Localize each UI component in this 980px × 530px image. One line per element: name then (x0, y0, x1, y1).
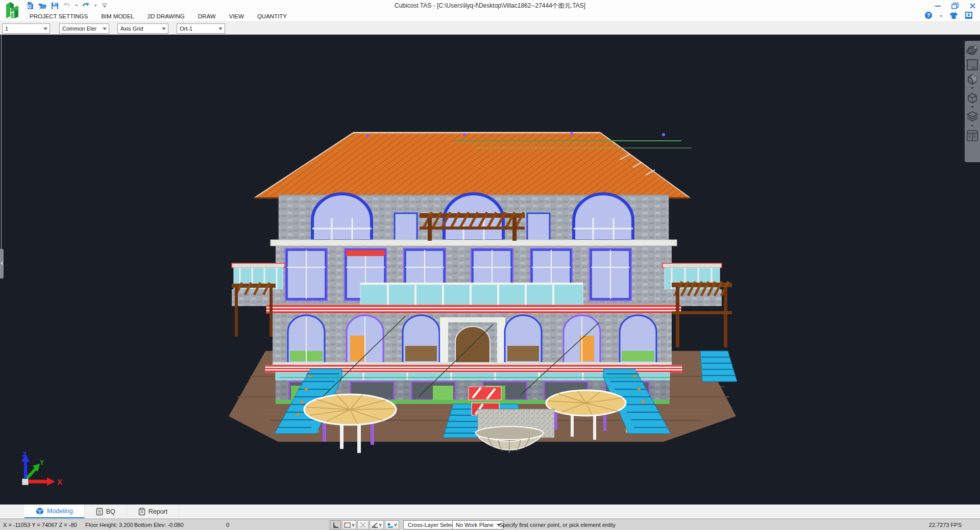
view-select-caret[interactable] (218, 28, 223, 30)
menu-project-settings[interactable]: PROJECT SETTINGS (30, 13, 88, 19)
toolbar-row: 1 Common Eler Axis Grid Ort-1 (0, 21, 980, 35)
bq-document-icon (96, 508, 103, 516)
theme-skin-icon[interactable] (949, 12, 958, 21)
window-2f (403, 315, 439, 363)
view-3d-icon[interactable] (966, 72, 979, 86)
view-select[interactable]: Ort-1 (177, 23, 225, 34)
floor-select-caret[interactable] (43, 28, 47, 30)
viewport-3d[interactable]: 15TEID03000 (0, 35, 980, 504)
element-select-caret[interactable] (103, 28, 107, 30)
orbit-icon[interactable] (966, 44, 979, 57)
angle-snap-button[interactable] (370, 520, 384, 529)
status-bar: X = -11053 Y = 74067 Z = -80 Floor Heigh… (0, 519, 980, 530)
minimize-button[interactable] (933, 2, 942, 10)
snap-region-button[interactable] (342, 520, 356, 529)
tab-bq[interactable]: BQ (85, 504, 127, 518)
view-3d-caret[interactable] (971, 87, 974, 89)
element-type-select[interactable]: Axis Grid (117, 23, 168, 34)
window-title: Cubicost TAS - [C:\Users\liyq-f\Desktop\… (0, 0, 980, 11)
axis-x-label: X (57, 477, 62, 486)
3d-building-model[interactable]: 15TEID03000 (189, 111, 755, 453)
app-logo-icon[interactable] (4, 2, 20, 19)
window-2f (564, 315, 600, 363)
cross-layer-select-button[interactable]: Cross-Layer Select (403, 520, 460, 529)
restore-button[interactable] (950, 2, 960, 10)
download-update-icon[interactable] (965, 11, 973, 21)
base-opening (411, 382, 455, 400)
axis-y-label: Y (40, 459, 44, 466)
window-3f (285, 248, 327, 300)
view-2d-icon[interactable]: 2D (966, 58, 979, 71)
selection-count: 0 (226, 519, 229, 530)
menu-bim-model[interactable]: BIM MODEL (101, 13, 134, 19)
window-2f (620, 315, 656, 363)
svg-text:?: ? (927, 12, 930, 18)
cursor-coordinates: X = -11053 Y = 74067 Z = -80 (3, 519, 77, 530)
help-caret[interactable] (940, 15, 943, 17)
element-category-select[interactable]: Common Eler (59, 23, 109, 34)
fps-readout: 22.7273 FPS (929, 519, 962, 530)
tab-modeling[interactable]: Modeling (24, 504, 85, 518)
window-controls (933, 0, 977, 11)
command-prompt: Specify first corner point, or pick elem… (499, 519, 616, 530)
point-snap-button[interactable] (385, 520, 399, 529)
floor-height-readout: Floor Height: 3.200 (85, 519, 133, 530)
menu-view[interactable]: VIEW (229, 13, 244, 19)
left-edge-divider (1, 35, 2, 249)
balcony-glass (360, 283, 583, 306)
workspace-tab-bar: Modeling BQ Report (0, 504, 980, 519)
svg-text:2D: 2D (971, 65, 976, 70)
disable-snap-button[interactable] (357, 520, 369, 529)
report-clipboard-icon (138, 508, 145, 516)
ortho-mode-button[interactable] (330, 520, 341, 529)
view-cube-icon[interactable] (966, 91, 979, 105)
menu-bar: PROJECT SETTINGS BIM MODEL 2D DRAWING DR… (0, 11, 980, 21)
window-2f (505, 315, 542, 363)
red-band-upper (266, 305, 681, 313)
menu-quantity[interactable]: QUANTITY (257, 13, 287, 19)
help-icon[interactable]: ? (924, 11, 933, 21)
bottom-elevation-readout: Bottom Elev: -0.080 (134, 519, 184, 530)
grid-select-caret[interactable] (162, 28, 166, 30)
left-panel-collapse-handle[interactable] (0, 249, 4, 279)
view-tool-strip: 2D (965, 41, 980, 162)
work-plane-select[interactable]: No Work Plane (452, 520, 503, 529)
wicker-basket (476, 426, 543, 453)
roof (254, 132, 692, 198)
modeling-cube-icon (36, 507, 44, 515)
title-bar: Cubicost TAS - [C:\Users\liyq-f\Desktop\… (0, 0, 980, 11)
tab-report[interactable]: Report (127, 504, 180, 518)
menu-2d-drawing[interactable]: 2D DRAWING (148, 13, 185, 19)
second-floor (273, 313, 672, 365)
close-button[interactable] (968, 2, 977, 10)
window-3f (590, 248, 631, 300)
staircase-side-right (700, 351, 737, 382)
help-cluster: ? (924, 11, 973, 21)
ucs-axis-gizmo: Z Y X (15, 450, 64, 494)
window-2f (288, 315, 325, 363)
layers-icon[interactable] (966, 110, 979, 123)
floor-select[interactable]: 1 (2, 23, 50, 34)
element-table-icon[interactable] (966, 129, 979, 142)
dormer-window (312, 194, 372, 241)
layers-caret[interactable] (971, 125, 974, 127)
dormer-window (574, 194, 633, 241)
menu-draw[interactable]: DRAW (198, 13, 216, 19)
view-cube-caret[interactable] (971, 106, 974, 108)
